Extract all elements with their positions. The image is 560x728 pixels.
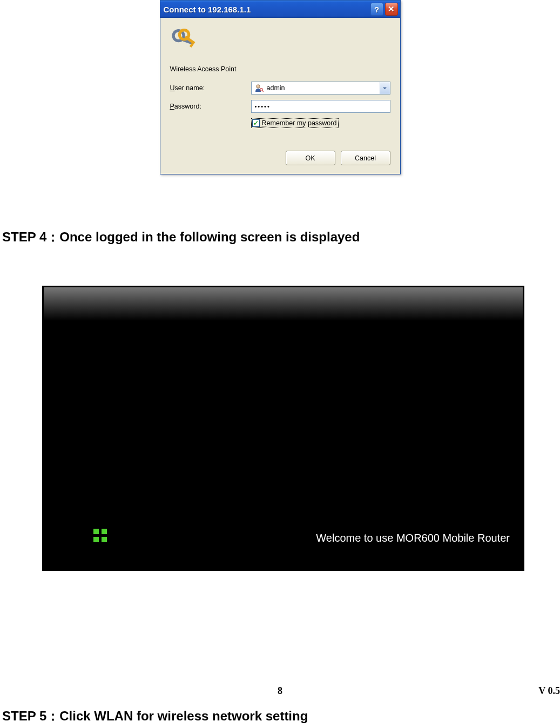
chevron-down-icon xyxy=(382,86,387,91)
username-combobox[interactable]: admin xyxy=(251,82,390,95)
close-button[interactable]: ✕ xyxy=(385,3,398,16)
password-row: Password: ••••• xyxy=(170,100,390,113)
svg-point-5 xyxy=(256,85,259,88)
keys-icon xyxy=(170,25,198,53)
dialog-button-row: OK Cancel xyxy=(170,151,390,165)
svg-line-7 xyxy=(262,91,263,92)
remember-password-checkbox[interactable]: ✓ Remember my password xyxy=(251,118,339,128)
step-5-heading: STEP 5：Click WLAN for wireless network s… xyxy=(2,707,308,725)
user-icon xyxy=(254,83,264,93)
close-icon: ✕ xyxy=(388,4,395,14)
dialog-title: Connect to 192.168.1.1 xyxy=(164,5,369,14)
connect-dialog: Connect to 192.168.1.1 ? ✕ Wireless Acce… xyxy=(160,0,401,174)
version-label: V 0.5 xyxy=(538,685,560,697)
dialog-body: Wireless Access Point User name: admin xyxy=(160,18,400,174)
username-label: User name: xyxy=(170,84,251,92)
step-4-heading: STEP 4：Once logged in the following scre… xyxy=(2,228,555,246)
username-dropdown-button[interactable] xyxy=(380,82,390,94)
password-mask: ••••• xyxy=(255,103,271,110)
help-button[interactable]: ? xyxy=(370,3,383,16)
cancel-button[interactable]: Cancel xyxy=(341,151,390,165)
help-icon: ? xyxy=(374,5,379,14)
checkbox-box: ✓ xyxy=(252,119,260,127)
username-value: admin xyxy=(267,84,380,92)
check-icon: ✓ xyxy=(253,120,259,126)
password-field[interactable]: ••••• xyxy=(251,100,390,113)
router-welcome-screenshot: Welcome to use MOR600 Mobile Router xyxy=(42,286,524,571)
remember-password-label: Remember my password xyxy=(262,119,337,127)
welcome-top-band xyxy=(44,287,523,321)
dialog-titlebar[interactable]: Connect to 192.168.1.1 ? ✕ xyxy=(160,1,400,18)
welcome-text: Welcome to use MOR600 Mobile Router xyxy=(316,532,510,544)
username-row: User name: admin xyxy=(170,82,390,95)
green-dots-icon xyxy=(93,529,107,542)
page-number: 8 xyxy=(278,685,282,697)
realm-label: Wireless Access Point xyxy=(170,65,390,73)
password-label: Password: xyxy=(170,103,251,110)
ok-button[interactable]: OK xyxy=(286,151,335,165)
